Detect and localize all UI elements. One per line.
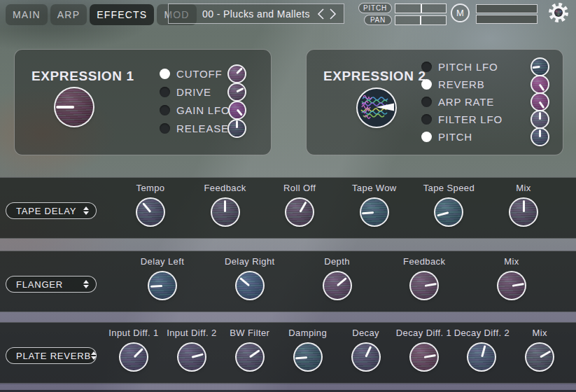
option-label: FILTER LFO <box>438 113 532 125</box>
effect-band-tape-delay: TAPE DELAYTempoFeedbackRoll OffTape WowT… <box>0 177 576 239</box>
tab-label: ARP <box>57 9 80 20</box>
knob-drive[interactable] <box>229 84 245 100</box>
level-meter-right <box>476 15 538 24</box>
knob-pitch-lfo[interactable] <box>532 59 548 75</box>
pitch-slider-handle[interactable] <box>421 4 422 13</box>
knob-input-diff-2[interactable] <box>178 344 205 370</box>
radio-reverb[interactable] <box>421 79 432 90</box>
effect-select-plate-reverb[interactable]: PLATE REVERB <box>6 347 97 364</box>
knob-feedback[interactable] <box>411 272 437 299</box>
knob-feedback[interactable] <box>212 199 239 225</box>
expression-2-main-knob[interactable] <box>358 89 395 127</box>
radio-release[interactable] <box>160 123 170 134</box>
updown-arrows-icon <box>83 280 89 288</box>
knob-decay-diff-2[interactable] <box>468 344 495 370</box>
expression-2-title: EXPRESSION 2 <box>323 69 426 84</box>
preset-prev-icon[interactable] <box>316 8 325 20</box>
option-label: DRIVE <box>176 86 229 98</box>
knob-depth[interactable] <box>324 272 351 299</box>
param-delay-left: Delay Left <box>129 251 196 299</box>
param-label: Tape Wow <box>341 183 408 193</box>
param-label: Decay Diff. 2 <box>448 328 515 338</box>
mute-button[interactable]: M <box>451 4 470 22</box>
expression-option-row: PITCH LFO <box>421 58 548 76</box>
option-label: GAIN LFO <box>176 104 230 116</box>
param-label: Delay Right <box>216 256 283 267</box>
param-label: Mix <box>478 256 545 267</box>
param-decay: Decay <box>332 323 400 370</box>
knob-mix[interactable] <box>526 344 553 370</box>
knob-filter-lfo[interactable] <box>532 111 548 127</box>
expression-1-title: EXPRESSION 1 <box>31 69 134 84</box>
option-label: ARP RATE <box>438 96 532 108</box>
param-label: Tempo <box>117 183 184 193</box>
pan-slider-handle[interactable] <box>420 16 421 24</box>
knob-decay-diff-1[interactable] <box>411 344 437 370</box>
param-tape-wow: Tape Wow <box>341 178 408 225</box>
knob-delay-left[interactable] <box>149 272 176 299</box>
param-delay-right: Delay Right <box>216 251 283 299</box>
preset-next-icon[interactable] <box>328 8 337 20</box>
effect-band-flanger: FLANGERDelay LeftDelay RightDepthFeedbac… <box>0 251 576 312</box>
level-meter-left <box>476 4 538 13</box>
expression-option-row: ARP RATE <box>421 93 548 111</box>
level-meters <box>476 4 538 25</box>
radio-arp-rate[interactable] <box>421 97 432 107</box>
radio-gain-lfo[interactable] <box>160 105 170 115</box>
knob-arp-rate[interactable] <box>532 94 548 110</box>
tab-effects[interactable]: EFFECTS <box>90 4 154 25</box>
param-label: Damping <box>274 328 342 338</box>
knob-tempo[interactable] <box>137 199 164 225</box>
knob-tape-wow[interactable] <box>361 199 388 225</box>
radio-pitch[interactable] <box>421 132 432 142</box>
param-label: Input Diff. 1 <box>100 328 167 338</box>
knob-delay-right[interactable] <box>237 272 263 299</box>
preset-selector[interactable]: 00 - Plucks and Mallets <box>168 4 344 24</box>
pan-slider[interactable] <box>395 15 447 25</box>
param-label: Delay Left <box>129 256 196 267</box>
param-label: Depth <box>304 256 371 267</box>
expression-1-panel: EXPRESSION 1 CUTOFFDRIVEGAIN LFORELEASE <box>14 49 272 155</box>
knob-roll-off[interactable] <box>286 199 313 225</box>
pitch-slider[interactable] <box>395 4 447 13</box>
knob-decay[interactable] <box>353 344 379 370</box>
knob-cutoff[interactable] <box>229 66 245 82</box>
tab-arp[interactable]: ARP <box>50 4 87 25</box>
param-decay-diff-2: Decay Diff. 2 <box>448 323 515 370</box>
param-mix: Mix <box>490 178 557 225</box>
param-label: Mix <box>490 183 557 193</box>
settings-gear-icon[interactable] <box>547 1 570 24</box>
radio-drive[interactable] <box>160 87 170 97</box>
radio-filter-lfo[interactable] <box>421 114 432 125</box>
radio-pitch-lfo[interactable] <box>421 62 432 72</box>
band-divider <box>0 384 576 390</box>
knob-reverb[interactable] <box>532 76 548 92</box>
effect-select-label: TAPE DELAY <box>16 206 83 216</box>
param-depth: Depth <box>304 251 371 299</box>
knob-tape-speed[interactable] <box>435 199 462 225</box>
knob-gain-lfo[interactable] <box>230 102 245 118</box>
tab-main[interactable]: MAIN <box>6 4 48 25</box>
expression-1-main-knob[interactable] <box>55 88 93 126</box>
option-label: RELEASE <box>176 122 229 134</box>
knob-bw-filter[interactable] <box>237 344 263 370</box>
effect-select-flanger[interactable]: FLANGER <box>6 276 97 293</box>
param-input-diff-1: Input Diff. 1 <box>100 323 167 370</box>
param-tape-speed: Tape Speed <box>415 178 482 225</box>
knob-damping[interactable] <box>295 344 321 370</box>
band-divider <box>0 312 576 322</box>
effect-select-tape-delay[interactable]: TAPE DELAY <box>6 202 97 219</box>
param-label: Decay Diff. 1 <box>391 328 458 338</box>
param-bw-filter: BW Filter <box>216 323 283 370</box>
param-feedback: Feedback <box>391 251 458 299</box>
knob-release[interactable] <box>229 120 245 136</box>
expression-option-row: RELEASE <box>160 119 245 137</box>
knob-mix[interactable] <box>510 199 537 225</box>
knob-pitch[interactable] <box>532 129 548 145</box>
knob-mix[interactable] <box>498 272 525 299</box>
option-label: PITCH LFO <box>438 61 532 73</box>
radio-cutoff[interactable] <box>160 69 170 79</box>
expression-option-row: FILTER LFO <box>421 111 548 128</box>
updown-arrows-icon <box>91 351 97 360</box>
knob-input-diff-1[interactable] <box>120 344 147 370</box>
